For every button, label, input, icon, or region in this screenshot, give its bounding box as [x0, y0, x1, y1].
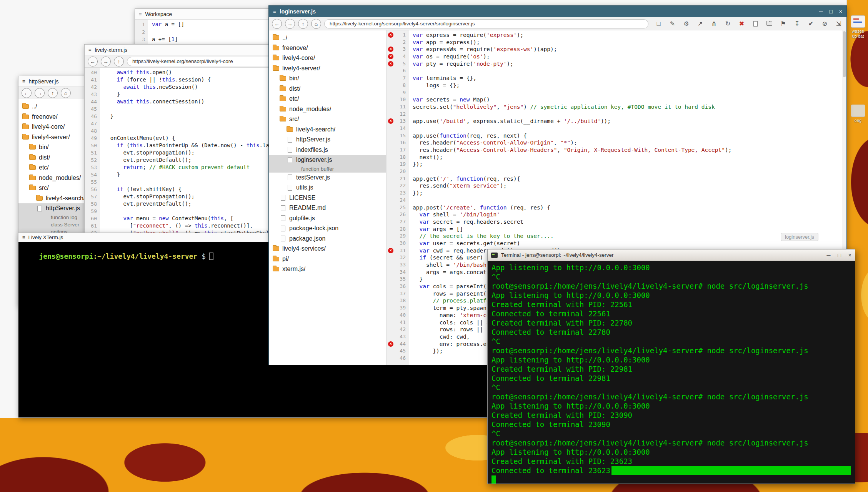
scrollbar-thumb[interactable] [843, 31, 846, 77]
tree-item-etc[interactable]: etc/ [269, 94, 386, 104]
fullscreen-icon[interactable]: ⇲ [834, 19, 843, 28]
forward-button[interactable]: → [285, 19, 295, 29]
menu-icon[interactable]: ≡ [273, 9, 276, 15]
code-line[interactable]: var expressWs = require('express-ws')(ap… [413, 46, 842, 53]
flag-icon[interactable]: ⚑ [778, 19, 788, 28]
save-icon[interactable]: ↧ [792, 19, 802, 28]
menu-icon[interactable]: ≡ [22, 78, 25, 84]
code-line[interactable]: app.post('/create', function (req, res) … [413, 204, 842, 211]
code-line[interactable]: var express = require('express'); [413, 32, 842, 39]
up-button[interactable]: ↑ [298, 19, 308, 29]
code-line[interactable]: res.header("Access-Control-Allow-Origin"… [413, 139, 842, 146]
code-line[interactable] [413, 111, 842, 118]
minimize-button[interactable]: ─ [819, 8, 823, 15]
tree-item-testServer.js[interactable]: testServer.js [269, 173, 386, 183]
open-external-icon[interactable]: ↗ [695, 19, 705, 28]
terminal-output[interactable]: App listening to http://0.0.0.0:3000^Cro… [488, 261, 855, 484]
tree-item-bin[interactable]: bin/ [269, 73, 386, 84]
back-button[interactable]: ← [272, 19, 282, 29]
brush-icon[interactable]: ✎ [668, 19, 677, 28]
url-input[interactable]: https://lively-kernel.org/sensorpi/livel… [324, 19, 648, 28]
desktop-icon-1[interactable]: wasee up dat [848, 15, 868, 39]
maximize-button[interactable]: □ [838, 252, 841, 258]
code-line[interactable]: app.get('/', function(req, res){ [413, 175, 842, 183]
tree-item-node_modules[interactable]: node_modules/ [269, 104, 386, 115]
up-button[interactable]: ↑ [48, 88, 58, 98]
code-line[interactable]: secrets.set("hellolively", "jens") // sy… [413, 103, 842, 111]
tree-item-src[interactable]: src/ [269, 114, 386, 125]
tree-item-lively4-search[interactable]: lively4-search/ [269, 125, 386, 135]
code-line[interactable]: var secret = req.headers.secret [413, 218, 842, 226]
trash-icon[interactable]: ✖ [737, 19, 746, 28]
tree-item-README.md[interactable]: README.md [269, 203, 386, 213]
terminal-line: root@sensorpi:/home/jens/lively4/lively4… [491, 392, 851, 401]
forward-button[interactable]: → [35, 88, 45, 98]
folder-icon[interactable] [765, 19, 774, 28]
select-checkbox-icon[interactable]: □ [654, 19, 663, 28]
line-number: 42 [387, 326, 409, 333]
tree-item-lively4-core[interactable]: lively4-core/ [269, 53, 386, 63]
forward-button[interactable]: → [101, 57, 111, 66]
close-button[interactable]: × [839, 8, 842, 15]
tree-item-..[interactable]: ../ [269, 33, 386, 43]
sync-icon[interactable]: ↻ [723, 19, 733, 28]
home-button[interactable]: ⌂ [61, 88, 71, 98]
code-line[interactable]: var pty = require('node-pty'); [413, 60, 842, 68]
line-number: 61 [85, 222, 100, 229]
tree-item-indexfiles.js[interactable]: indexfiles.js [269, 145, 386, 155]
back-button[interactable]: ← [88, 57, 98, 66]
code-line[interactable]: var args = [] [413, 226, 842, 233]
up-button[interactable]: ↑ [114, 57, 124, 66]
tree-item-freenove[interactable]: freenove/ [269, 43, 386, 53]
code-line[interactable] [413, 168, 842, 175]
loginserver-titlebar[interactable]: ≡ loginserver.js ─□× [269, 6, 846, 17]
tree-item-xterm.js[interactable]: xterm.js/ [269, 264, 386, 274]
tree-subitem[interactable]: function buffer [269, 165, 386, 173]
cancel-icon[interactable]: ⊘ [820, 19, 830, 28]
close-button[interactable]: × [848, 252, 851, 258]
code-line[interactable]: var shell = '/bin/login' [413, 211, 842, 218]
code-line[interactable]: }); [413, 189, 842, 197]
code-line[interactable]: var secrets = new Map() [413, 96, 842, 103]
tree-item-utils.js[interactable]: utils.js [269, 183, 386, 193]
code-line[interactable]: app.use(function(req, res, next) { [413, 132, 842, 140]
menu-icon[interactable]: ≡ [22, 234, 25, 240]
code-line[interactable]: next(); [413, 154, 842, 161]
code-line[interactable]: var terminals = {}, [413, 75, 842, 82]
tree-item-httpServer.js[interactable]: httpServer.js [269, 135, 386, 145]
code-line[interactable]: }); [413, 161, 842, 168]
tree-item-LICENSE[interactable]: LICENSE [269, 193, 386, 203]
code-line[interactable]: var app = express(); [413, 39, 842, 46]
desktop-icon-2[interactable]: ong [848, 105, 868, 123]
terminal-titlebar[interactable]: Terminal - jens@sensorpi: ~/lively4/live… [488, 249, 855, 261]
minimize-button[interactable]: ─ [826, 252, 830, 258]
code-line[interactable]: res.header("Access-Control-Allow-Headers… [413, 146, 842, 154]
code-line[interactable] [413, 197, 842, 204]
code-line[interactable] [413, 89, 842, 96]
sitemap-icon[interactable]: ⋔ [709, 19, 719, 28]
tree-item-lively4-services[interactable]: lively4-services/ [269, 244, 386, 254]
code-line[interactable]: logs = {}; [413, 82, 842, 89]
code-line[interactable]: var user = secrets.get(secret) [413, 240, 842, 247]
code-line[interactable]: var os = require('os'); [413, 53, 842, 60]
tree-item-lively4-server[interactable]: lively4-server/ [269, 63, 386, 74]
menu-icon[interactable]: ≡ [139, 11, 142, 17]
tree-item-gulpfile.js[interactable]: gulpfile.js [269, 213, 386, 224]
code-line[interactable]: // the secret is the key to the user.... [413, 233, 842, 240]
home-button[interactable]: ⌂ [311, 19, 321, 29]
new-file-icon[interactable] [751, 19, 760, 28]
accept-icon[interactable]: ✔ [806, 19, 816, 28]
tree-item-package-lock.json[interactable]: package-lock.json [269, 223, 386, 234]
back-button[interactable]: ← [22, 88, 32, 98]
menu-icon[interactable]: ≡ [88, 47, 92, 53]
gears-icon[interactable]: ⚙ [681, 19, 691, 28]
tree-item-dist[interactable]: dist/ [269, 84, 386, 94]
code-line[interactable] [413, 67, 842, 75]
maximize-button[interactable]: □ [829, 8, 832, 15]
tree-item-loginserver.js[interactable]: loginserver.js [269, 155, 386, 165]
code-line[interactable]: app.use('/build', express.static(__dirna… [413, 118, 842, 125]
tree-item-pi[interactable]: pi/ [269, 254, 386, 264]
code-line[interactable]: res.send("xterm service"); [413, 182, 842, 189]
code-line[interactable] [413, 125, 842, 132]
tree-item-package.json[interactable]: package.json [269, 234, 386, 244]
